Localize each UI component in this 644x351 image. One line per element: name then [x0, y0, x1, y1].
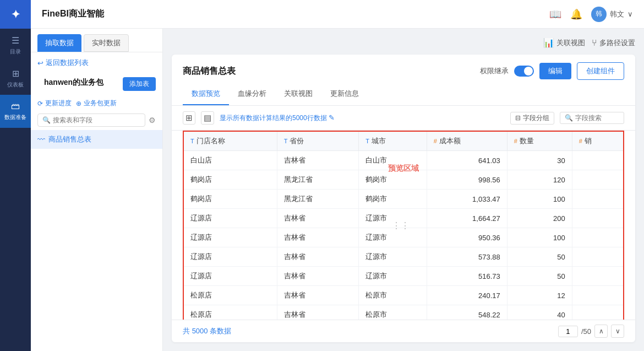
col-header-store: T门店名称 — [183, 131, 277, 151]
nav-item-data-prep[interactable]: 🗃 数据准备 — [0, 95, 31, 128]
data-table-wrap: ⋮⋮ T门店名称 T省份 T城市 #成本额 #数量 #销 — [172, 131, 635, 320]
tab-data-preview[interactable]: 数据预览 — [183, 83, 229, 105]
cell-city: 鹤岗市 — [359, 190, 427, 209]
tab-lineage-analysis[interactable]: 血缘分析 — [229, 83, 275, 105]
permission-toggle[interactable] — [514, 66, 534, 77]
cell-qty: 100 — [507, 228, 572, 247]
field-group-icon: ⊟ — [515, 114, 521, 122]
dropdown-icon: ∨ — [627, 10, 633, 18]
table-row: 辽源店 吉林省 辽源市 950.36 100 — [183, 228, 624, 247]
tab-extract-data[interactable]: 抽取数据 — [37, 34, 81, 52]
cell-qty: 120 — [507, 170, 572, 190]
col-header-city: T城市 — [359, 131, 427, 151]
table-toolbar: ⊞ ▤ 显示所有数据计算结果的5000行数据 ✎ ⊟ 字段分组 🔍 — [172, 106, 635, 131]
cell-sales — [572, 151, 624, 170]
table-wave-icon: 〰 — [37, 135, 45, 144]
field-search-wrap[interactable]: 🔍 — [560, 112, 624, 124]
search-field-wrap[interactable]: 🔍 — [37, 114, 145, 127]
cell-city: 辽源市 — [359, 247, 427, 267]
next-page-button[interactable]: ∨ — [611, 325, 624, 338]
sidebar-title-row: hanwen的业务包 添加表 — [31, 73, 162, 96]
page-number-input[interactable] — [558, 326, 578, 337]
multi-path-icon: ⑂ — [592, 38, 597, 48]
card-footer: 共 5000 条数据 /50 ∧ ∨ — [172, 320, 635, 342]
cell-sales — [572, 286, 624, 305]
back-link[interactable]: ↩ 返回数据列表 — [31, 52, 162, 73]
cell-store: 辽源店 — [183, 209, 277, 228]
nav-item-catalog[interactable]: ☰ 目录 — [0, 29, 31, 62]
search-row: 🔍 ⚙ — [31, 110, 162, 130]
tab-update-info[interactable]: 更新信息 — [321, 83, 368, 105]
cell-sales — [572, 305, 624, 320]
bell-icon[interactable]: 🔔 — [570, 8, 582, 20]
total-count: 5000 — [192, 327, 208, 335]
tabs-row: 数据预览 血缘分析 关联视图 更新信息 — [172, 83, 635, 106]
tab-linked-view[interactable]: 关联视图 — [275, 83, 321, 105]
cell-sales — [572, 190, 624, 209]
field-search-icon: 🔍 — [565, 114, 573, 122]
sidebar-links: ⟳ 更新进度 ⊕ 业务包更新 — [31, 96, 162, 110]
update-progress-link[interactable]: ⟳ 更新进度 — [37, 99, 72, 108]
linked-view-btn[interactable]: 📊 关联视图 — [543, 37, 585, 48]
cell-store: 鹤岗店 — [183, 170, 277, 190]
drag-handle[interactable]: ⋮⋮ — [392, 220, 410, 230]
field-search-input[interactable] — [575, 114, 619, 122]
card-header: 商品销售总表 权限继承 编辑 创建组件 — [172, 55, 635, 80]
col-header-sales: #销 — [572, 131, 624, 151]
cell-cost: 516.73 — [427, 267, 507, 286]
main-layout: 抽取数据 实时数据 ↩ 返回数据列表 hanwen的业务包 添加表 ⟳ 更新进度… — [31, 29, 644, 351]
table-row: 白山店 吉林省 白山市 641.03 30 — [183, 151, 624, 170]
create-component-button[interactable]: 创建组件 — [577, 62, 624, 80]
cell-sales — [572, 247, 624, 267]
cell-store: 松原店 — [183, 305, 277, 320]
pagination: /50 ∧ ∨ — [558, 325, 624, 338]
top-bar-left: FineBI商业智能 — [42, 8, 104, 20]
cell-sales — [572, 228, 624, 247]
edit-rows-icon[interactable]: ✎ — [329, 114, 335, 122]
tab-realtime-data[interactable]: 实时数据 — [84, 34, 129, 52]
field-group-button[interactable]: ⊟ 字段分组 — [510, 112, 554, 125]
nav-item-label: 仪表板 — [7, 81, 24, 89]
cell-cost: 1,664.27 — [427, 209, 507, 228]
dashboard-icon: ⊞ — [12, 68, 19, 79]
user-menu[interactable]: 韩 韩文 ∨ — [591, 7, 633, 22]
cell-cost: 998.56 — [427, 170, 507, 190]
col-header-province: T省份 — [277, 131, 359, 151]
table-row: 辽源店 吉林省 辽源市 516.73 50 — [183, 267, 624, 286]
cell-province: 吉林省 — [277, 267, 359, 286]
nav-item-dashboard[interactable]: ⊞ 仪表板 — [0, 62, 31, 95]
list-view-icon[interactable]: ▤ — [201, 111, 214, 125]
search-settings-icon[interactable]: ⚙ — [149, 116, 156, 125]
package-update-link[interactable]: ⊕ 业务包更新 — [76, 99, 117, 108]
multi-path-btn[interactable]: ⑂ 多路径设置 — [592, 38, 635, 48]
card-header-right: 权限继承 编辑 创建组件 — [480, 62, 624, 80]
package-update-icon: ⊕ — [76, 100, 81, 107]
main-card: 商品销售总表 权限继承 编辑 创建组件 数据预览 血缘分析 关联视图 更新信息 — [172, 55, 635, 342]
edit-button[interactable]: 编辑 — [539, 63, 571, 79]
top-bar: FineBI商业智能 📖 🔔 韩 韩文 ∨ — [31, 0, 644, 29]
cell-province: 吉林省 — [277, 151, 359, 170]
search-input[interactable] — [53, 116, 140, 124]
app-logo: ✦ — [0, 0, 31, 29]
cell-city: 松原市 — [359, 305, 427, 320]
sidebar: 抽取数据 实时数据 ↩ 返回数据列表 hanwen的业务包 添加表 ⟳ 更新进度… — [31, 29, 163, 351]
col-header-cost: #成本额 — [427, 131, 507, 151]
cell-qty: 200 — [507, 209, 572, 228]
package-title: hanwen的业务包 — [37, 75, 110, 92]
book-icon[interactable]: 📖 — [549, 8, 561, 20]
cell-store: 辽源店 — [183, 228, 277, 247]
table-row: 鹤岗店 黑龙江省 鹤岗市 998.56 120 — [183, 170, 624, 190]
cell-cost: 1,033.47 — [427, 190, 507, 209]
left-navigation: ✦ ☰ 目录 ⊞ 仪表板 🗃 数据准备 — [0, 0, 31, 351]
cell-store: 鹤岗店 — [183, 190, 277, 209]
table-row: 鹤岗店 黑龙江省 鹤岗市 1,033.47 100 — [183, 190, 624, 209]
add-table-button[interactable]: 添加表 — [123, 77, 156, 91]
catalog-icon: ☰ — [12, 35, 19, 46]
cell-province: 吉林省 — [277, 209, 359, 228]
cell-sales — [572, 267, 624, 286]
sidebar-item-table[interactable]: 〰 商品销售总表 — [31, 130, 162, 149]
grid-view-icon[interactable]: ⊞ — [183, 111, 195, 125]
nav-item-label: 目录 — [10, 48, 21, 56]
cell-province: 吉林省 — [277, 247, 359, 267]
prev-page-button[interactable]: ∧ — [594, 325, 608, 338]
